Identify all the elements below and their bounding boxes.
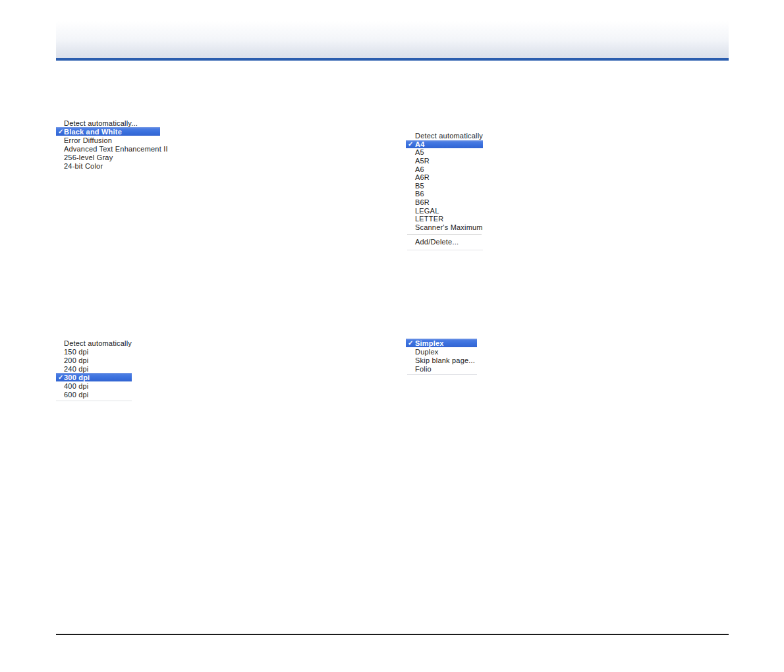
menu-item-label: LETTER xyxy=(415,215,443,223)
menu-item-label: Simplex xyxy=(415,339,444,347)
resolution-dropdown-menu[interactable]: Detect automatically150 dpi200 dpi240 dp… xyxy=(56,339,132,401)
menu-item-detect-automatically[interactable]: Detect automatically xyxy=(56,339,132,347)
menu-item-label: Black and White xyxy=(64,128,122,136)
checkmark-icon: ✓ xyxy=(406,340,415,347)
menu-item-a5[interactable]: A5 xyxy=(406,148,483,157)
menu-item-b5[interactable]: B5 xyxy=(406,182,483,190)
menu-item-256-level-gray[interactable]: 256-level Gray xyxy=(56,153,160,161)
menu-item-scanner-s-maximum[interactable]: Scanner's Maximum xyxy=(406,223,483,232)
scan-mode-dropdown-menu[interactable]: Detect automatically...✓Black and WhiteE… xyxy=(56,119,160,170)
menu-item-add-delete[interactable]: Add/Delete... xyxy=(406,238,483,246)
scanning-side-dropdown-menu[interactable]: ✓SimplexDuplexSkip blank page...Folio xyxy=(406,339,477,375)
header-gradient-band xyxy=(56,5,729,58)
menu-item-b6r[interactable]: B6R xyxy=(406,198,483,207)
menu-item-label: B6R xyxy=(415,198,430,206)
menu-item-label: Duplex xyxy=(415,348,438,356)
menu-item-label: Add/Delete... xyxy=(415,238,459,246)
menu-item-600-dpi[interactable]: 600 dpi xyxy=(56,390,132,399)
menu-item-a6r[interactable]: A6R xyxy=(406,173,483,182)
menu-item-label: 300 dpi xyxy=(64,374,90,381)
menu-item-label: Detect automatically xyxy=(415,132,483,140)
menu-item-detect-automatically[interactable]: Detect automatically... xyxy=(56,119,160,127)
page-size-dropdown-menu[interactable]: Detect automatically✓A4A5A5RA6A6RB5B6B6R… xyxy=(406,132,483,250)
menu-item-label: 256-level Gray xyxy=(64,154,113,161)
menu-item-folio[interactable]: Folio xyxy=(406,364,477,373)
menu-item-advanced-text-enhancement-ii[interactable]: Advanced Text Enhancement II xyxy=(56,144,160,153)
menu-item-150-dpi[interactable]: 150 dpi xyxy=(56,347,132,356)
menu-item-label: Detect automatically xyxy=(64,339,132,347)
menu-item-label: 240 dpi xyxy=(64,365,89,373)
menu-item-300-dpi[interactable]: ✓300 dpi xyxy=(56,373,132,381)
menu-item-label: A6 xyxy=(415,165,424,173)
menu-item-label: B5 xyxy=(415,182,424,190)
header-accent-line xyxy=(56,58,729,61)
menu-separator xyxy=(407,234,482,235)
menu-item-label: A4 xyxy=(415,140,424,148)
menu-item-label: B6 xyxy=(415,190,424,198)
menu-item-label: A5R xyxy=(415,157,430,165)
checkmark-icon: ✓ xyxy=(56,128,64,135)
menu-item-label: 200 dpi xyxy=(64,356,89,364)
menu-item-detect-automatically[interactable]: Detect automatically xyxy=(406,132,483,140)
menu-item-label: 600 dpi xyxy=(64,391,89,399)
menu-item-skip-blank-page[interactable]: Skip blank page... xyxy=(406,356,477,364)
checkmark-icon: ✓ xyxy=(56,374,64,381)
menu-item-letter[interactable]: LETTER xyxy=(406,215,483,223)
menu-item-label: LEGAL xyxy=(415,207,439,215)
menu-item-label: 400 dpi xyxy=(64,382,89,390)
menu-item-black-and-white[interactable]: ✓Black and White xyxy=(56,127,160,136)
menu-item-label: Folio xyxy=(415,365,432,373)
menu-item-240-dpi[interactable]: 240 dpi xyxy=(56,364,132,373)
menu-item-a4[interactable]: ✓A4 xyxy=(406,140,483,149)
menu-item-simplex[interactable]: ✓Simplex xyxy=(406,339,477,347)
footer-rule xyxy=(56,634,729,635)
menu-item-label: Advanced Text Enhancement II xyxy=(64,145,168,153)
menu-item-error-diffusion[interactable]: Error Diffusion xyxy=(56,136,160,144)
menu-item-legal[interactable]: LEGAL xyxy=(406,206,483,215)
menu-item-label: A6R xyxy=(415,173,430,181)
menu-item-label: Skip blank page... xyxy=(415,356,475,364)
menu-bottom-edge xyxy=(407,374,477,375)
menu-item-400-dpi[interactable]: 400 dpi xyxy=(56,381,132,390)
menu-item-label: Scanner's Maximum xyxy=(415,223,483,231)
menu-bottom-edge xyxy=(56,401,132,401)
menu-item-label: 24-bit Color xyxy=(64,162,103,170)
menu-item-a5r[interactable]: A5R xyxy=(406,157,483,165)
menu-item-duplex[interactable]: Duplex xyxy=(406,347,477,356)
menu-item-24-bit-color[interactable]: 24-bit Color xyxy=(56,161,160,170)
menu-item-200-dpi[interactable]: 200 dpi xyxy=(56,356,132,364)
menu-item-label: Detect automatically... xyxy=(64,119,138,127)
checkmark-icon: ✓ xyxy=(406,141,415,148)
menu-item-a6[interactable]: A6 xyxy=(406,165,483,173)
menu-item-label: A5 xyxy=(415,148,424,156)
menu-item-label: 150 dpi xyxy=(64,348,89,356)
menu-item-label: Error Diffusion xyxy=(64,136,112,144)
menu-item-b6[interactable]: B6 xyxy=(406,190,483,198)
menu-bottom-edge xyxy=(407,250,483,250)
